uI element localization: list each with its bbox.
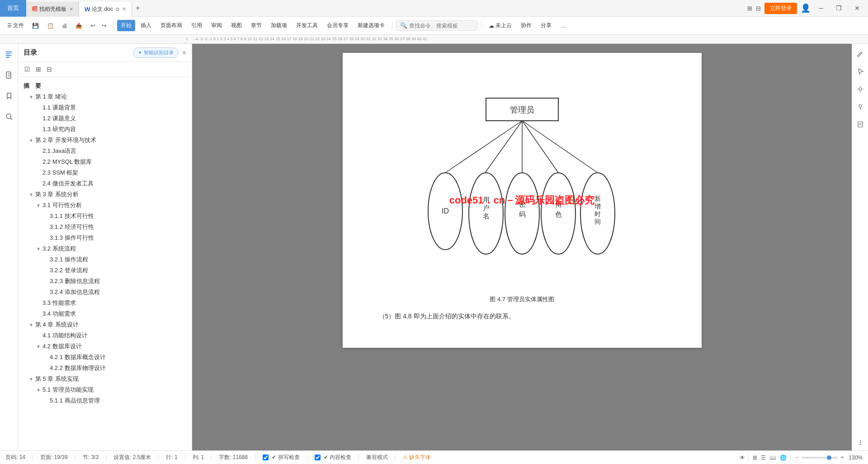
- layout1-icon[interactable]: ⊞: [747, 5, 752, 12]
- undo-button[interactable]: ↩: [88, 20, 98, 31]
- toc-checkbox-all[interactable]: ☑: [24, 65, 31, 74]
- toolbar-export-btn[interactable]: 📤: [72, 21, 86, 31]
- content-check-checkbox[interactable]: [315, 455, 321, 460]
- tab-view[interactable]: 视图: [227, 20, 245, 31]
- right-pin-icon[interactable]: [854, 100, 867, 114]
- toc-item-14[interactable]: 3.1.3 操作可行性: [18, 232, 192, 243]
- toc-item-29[interactable]: 5.1.1 商品信息管理: [18, 395, 192, 406]
- right-edit-icon[interactable]: [854, 47, 867, 62]
- toc-item-18[interactable]: 3.2.3 删除信息流程: [18, 276, 192, 287]
- toolbar-search-input[interactable]: [409, 23, 472, 29]
- toc-item-0[interactable]: 摘 要: [18, 80, 192, 91]
- tab-find-templates[interactable]: 稻 找稻壳模板 ✕: [26, 2, 79, 17]
- tab-member[interactable]: 会员专享: [323, 20, 352, 31]
- tab2-close[interactable]: ✕: [69, 6, 73, 12]
- toc-item-13[interactable]: 3.1.2 经济可行性: [18, 222, 192, 232]
- layout-view-icon[interactable]: ⊞: [753, 455, 757, 461]
- user-avatar[interactable]: 👤: [801, 3, 811, 13]
- sidebar-files-icon[interactable]: [2, 68, 16, 84]
- toc-item-20[interactable]: 3.3 性能需求: [18, 298, 192, 308]
- tab-restore[interactable]: ⧉: [116, 6, 119, 12]
- tab-home[interactable]: 首页: [0, 0, 26, 17]
- spell-check-checkbox[interactable]: [263, 455, 269, 460]
- toolbar-print-btn[interactable]: 🖨: [58, 21, 71, 31]
- toc-item-7[interactable]: 2.2 MYSQL 数据库: [18, 156, 192, 167]
- read-view-icon[interactable]: 📖: [769, 455, 776, 461]
- toc-item-4[interactable]: 1.3 研究内容: [18, 124, 192, 135]
- window-close-button[interactable]: ✕: [850, 3, 864, 14]
- toolbar-template-btn[interactable]: 📋: [43, 21, 57, 31]
- toc-item-25[interactable]: 4.2.1 数据库概念设计: [18, 352, 192, 363]
- tab-page-layout[interactable]: 页面布局: [157, 20, 186, 31]
- document-area[interactable]: code51．cn－源码乐园盗图必究 管理员: [192, 44, 852, 450]
- tab-review[interactable]: 审阅: [208, 20, 226, 31]
- toc-item-8[interactable]: 2.3 SSM 框架: [18, 167, 192, 178]
- tab-ref[interactable]: 引用: [188, 20, 206, 31]
- toc-item-23[interactable]: 4.1 功能结构设计: [18, 330, 192, 341]
- toc-item-27[interactable]: ▼第 5 章 系统实现: [18, 374, 192, 384]
- upgrade-button[interactable]: 立即登录: [764, 3, 797, 14]
- font-missing[interactable]: ⚠ 缺失字体: [403, 454, 431, 461]
- toc-item-5[interactable]: ▼第 2 章 开发环境与技术: [18, 135, 192, 146]
- zoom-slider[interactable]: [802, 457, 838, 459]
- cloud-button[interactable]: ☁ 未上云: [485, 20, 515, 31]
- toc-item-24[interactable]: ▼4.2 数据库设计: [18, 341, 192, 352]
- content-check[interactable]: ✔ 内容检查: [315, 454, 351, 461]
- toc-item-16[interactable]: 3.2.1 操作流程: [18, 254, 192, 265]
- window-restore-button[interactable]: ❐: [831, 3, 846, 14]
- zoom-out-btn[interactable]: －: [794, 454, 800, 461]
- toolbar-file-menu[interactable]: ☰ 文件: [4, 20, 28, 31]
- toc-item-12[interactable]: 3.1.1 技术可行性: [18, 211, 192, 222]
- toc-item-17[interactable]: 3.2.2 登录流程: [18, 265, 192, 276]
- toolbar-search-box[interactable]: 🔍: [396, 20, 477, 31]
- layout2-icon[interactable]: ⊟: [756, 5, 761, 12]
- window-minimize-button[interactable]: ─: [814, 3, 828, 14]
- toc-item-28[interactable]: ▼5.1 管理员功能实现: [18, 384, 192, 395]
- share-button[interactable]: 分享: [537, 20, 555, 31]
- toc-item-22[interactable]: ▼第 4 章 系统设计: [18, 319, 192, 330]
- zoom-in-btn[interactable]: ＋: [840, 454, 845, 461]
- sidebar-close-btn[interactable]: ×: [182, 49, 186, 57]
- collab-button[interactable]: 协作: [517, 20, 535, 31]
- right-document-icon[interactable]: [854, 118, 867, 132]
- sidebar-bookmark-icon[interactable]: [2, 89, 16, 104]
- toc-item-6[interactable]: 2.1 Java语言: [18, 146, 192, 156]
- tab-add-button[interactable]: +: [132, 2, 143, 14]
- tab-chapter[interactable]: 章节: [247, 20, 265, 31]
- tab-dev[interactable]: 开发工具: [292, 20, 321, 31]
- toc-item-3[interactable]: 1.2 课题意义: [18, 113, 192, 124]
- sidebar-search-icon[interactable]: [2, 110, 16, 125]
- toc-item-26[interactable]: 4.2.2 数据库物理设计: [18, 363, 192, 374]
- eye-icon[interactable]: 👁: [740, 455, 745, 461]
- toc-item-2[interactable]: 1.1 课题背景: [18, 102, 192, 113]
- tab3-close[interactable]: ✕: [122, 6, 126, 12]
- sidebar-toc-icon[interactable]: [2, 47, 16, 63]
- toc-item-10[interactable]: ▼第 3 章 系统分析: [18, 189, 192, 200]
- toc-item-15[interactable]: ▼3.2 系统流程: [18, 243, 192, 254]
- right-cursor-icon[interactable]: [854, 65, 867, 79]
- toc-item-21[interactable]: 3.4 功能需求: [18, 308, 192, 319]
- toc-item-1[interactable]: ▼第 1 章 绪论: [18, 91, 192, 102]
- toc-item-9[interactable]: 2.4 微信开发者工具: [18, 178, 192, 189]
- zoom-level[interactable]: 130%: [849, 455, 863, 461]
- tab-new-tab[interactable]: 新建选项卡: [354, 20, 388, 31]
- toc-item-19[interactable]: 3.2.4 添加信息流程: [18, 287, 192, 298]
- toc-collapse-all[interactable]: ⊟: [46, 65, 53, 74]
- tab-insert[interactable]: 插入: [137, 20, 155, 31]
- outline-view-icon[interactable]: ☰: [761, 455, 766, 461]
- svg-point-40: [859, 444, 860, 445]
- tab-addons[interactable]: 加载项: [267, 20, 291, 31]
- web-view-icon[interactable]: 🌐: [780, 455, 787, 461]
- redo-button[interactable]: ↪: [99, 20, 109, 31]
- toc-item-11[interactable]: ▼3.1 可行性分析: [18, 200, 192, 211]
- toc-expand-all[interactable]: ⊞: [35, 65, 42, 74]
- tab-doc[interactable]: W 论文.doc ⧉ ✕: [79, 2, 132, 17]
- right-more-icon[interactable]: [854, 436, 867, 450]
- right-settings-icon[interactable]: [854, 83, 867, 97]
- more-button[interactable]: …: [557, 21, 570, 31]
- toolbar-save-btn[interactable]: 💾: [28, 21, 42, 31]
- tab-start[interactable]: 开始: [117, 20, 135, 31]
- share-label: 分享: [541, 22, 552, 29]
- spell-check[interactable]: ✔ 拼写检查: [263, 454, 299, 461]
- ai-recognize-btn[interactable]: ✦ 智能识别目录: [133, 47, 179, 58]
